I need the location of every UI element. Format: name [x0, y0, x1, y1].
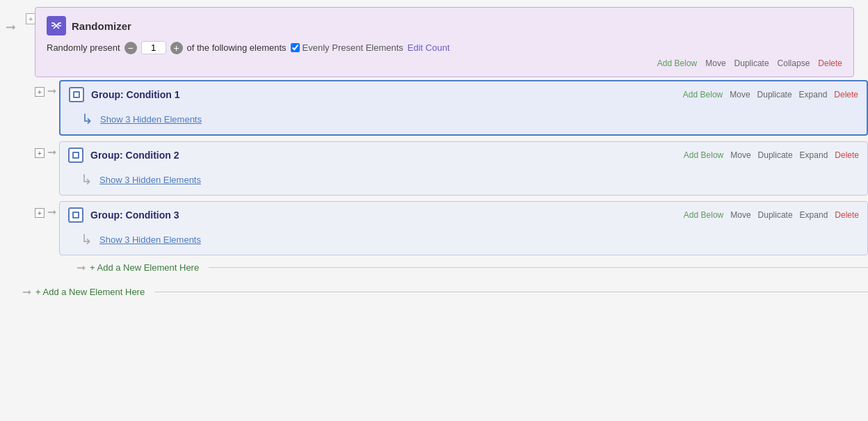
inner-add-arrow: ➞ — [77, 261, 86, 274]
outer-add-arrow: ➞ — [22, 285, 31, 299]
inner-add-hr — [209, 267, 868, 268]
group2-expand[interactable]: Expand — [800, 150, 828, 160]
edit-count-link[interactable]: Edit Count — [408, 42, 450, 53]
randomizer-header: Randomizer — [47, 16, 842, 35]
inner-add-element-link[interactable]: + Add a New Element Here — [90, 262, 199, 273]
group1-expand[interactable]: Expand — [799, 90, 828, 100]
group-row-3: + ➞ Group: Condition 3 Add Below Move Du… — [35, 201, 868, 255]
evenly-present-checkbox[interactable] — [291, 43, 300, 52]
group1-arrow: ➞ — [47, 84, 56, 97]
group1-delete[interactable]: Delete — [834, 90, 858, 100]
group2-header: Group: Condition 2 Add Below Move Duplic… — [60, 142, 867, 168]
group3-title: Group: Condition 3 — [90, 209, 684, 221]
group3-add-below[interactable]: Add Below — [684, 210, 723, 220]
group-card-1: Group: Condition 1 Add Below Move Duplic… — [59, 80, 868, 136]
randomizer-collapse[interactable]: Collapse — [778, 58, 810, 68]
group3-show-hidden[interactable]: Show 3 Hidden Elements — [99, 235, 201, 245]
group3-arrow: ➞ — [47, 205, 56, 219]
group1-move[interactable]: Move — [730, 90, 750, 100]
randomizer-duplicate[interactable]: Duplicate — [734, 58, 769, 68]
inner-add-element-row: ➞ + Add a New Element Here — [35, 261, 868, 274]
group2-arrow-icon: ↳ — [81, 171, 93, 188]
group2-icon — [68, 148, 83, 163]
group3-duplicate[interactable]: Duplicate — [758, 210, 793, 220]
randomizer-delete[interactable]: Delete — [818, 58, 842, 68]
group1-duplicate[interactable]: Duplicate — [757, 90, 792, 100]
group1-add-below[interactable]: Add Below — [683, 90, 723, 100]
group1-actions: Add Below Move Duplicate Expand Delete — [683, 90, 858, 100]
randomizer-controls: Randomly present − + of the following el… — [47, 41, 842, 54]
group2-move[interactable]: Move — [730, 150, 750, 160]
increment-button[interactable]: + — [170, 42, 183, 54]
group-card-3: Group: Condition 3 Add Below Move Duplic… — [59, 201, 868, 255]
group-row-2: + ➞ Group: Condition 2 Add Below Move Du… — [35, 141, 868, 196]
group2-hidden-row: ↳ Show 3 Hidden Elements — [60, 168, 867, 195]
randomizer-icon — [47, 16, 66, 35]
randomizer-actions: Add Below Move Duplicate Collapse Delete — [47, 58, 842, 68]
outer-add-element-row: ➞ + Add a New Element Here — [14, 285, 868, 299]
groups-container: + ➞ Group: Condition 1 Add Below Move Du… — [35, 80, 868, 274]
group3-delete[interactable]: Delete — [835, 210, 859, 220]
randomizer-block: + Randomizer Randomly present − + of the… — [35, 7, 854, 77]
group2-show-hidden[interactable]: Show 3 Hidden Elements — [99, 175, 201, 185]
group1-title: Group: Condition 1 — [91, 89, 683, 100]
group3-hidden-row: ↳ Show 3 Hidden Elements — [60, 228, 867, 255]
group1-icon — [69, 87, 84, 102]
group2-expand-icon[interactable]: + — [35, 148, 45, 158]
group3-expand-icon[interactable]: + — [35, 208, 45, 218]
randomizer-add-below[interactable]: Add Below — [657, 58, 697, 68]
group2-arrow: ➞ — [47, 145, 56, 159]
group1-expand-icon[interactable]: + — [35, 87, 45, 97]
group3-expand[interactable]: Expand — [800, 210, 828, 220]
group1-arrow-icon: ↳ — [81, 111, 93, 127]
outer-add-element-link[interactable]: + Add a New Element Here — [35, 287, 145, 297]
group3-header: Group: Condition 3 Add Below Move Duplic… — [60, 202, 867, 228]
group2-delete[interactable]: Delete — [835, 150, 859, 160]
group3-move[interactable]: Move — [730, 210, 750, 220]
randomizer-move[interactable]: Move — [705, 58, 725, 68]
group2-add-below[interactable]: Add Below — [684, 150, 723, 160]
group3-actions: Add Below Move Duplicate Expand Delete — [684, 210, 859, 220]
randomizer-title: Randomizer — [72, 20, 131, 32]
decrement-button[interactable]: − — [124, 42, 137, 54]
group2-duplicate[interactable]: Duplicate — [758, 150, 793, 160]
of-following-label: of the following elements — [187, 42, 287, 53]
group1-hidden-row: ↳ Show 3 Hidden Elements — [61, 108, 867, 134]
group1-header: Group: Condition 1 Add Below Move Duplic… — [61, 81, 867, 108]
group-row-1: + ➞ Group: Condition 1 Add Below Move Du… — [35, 80, 868, 136]
evenly-present-label[interactable]: Evenly Present Elements — [291, 42, 403, 53]
left-connector: ➞ — [6, 19, 16, 35]
randomizer-expand-icon[interactable]: + — [26, 13, 35, 24]
group3-arrow-icon: ↳ — [81, 231, 93, 248]
group-card-2: Group: Condition 2 Add Below Move Duplic… — [59, 141, 868, 196]
count-input[interactable] — [141, 41, 166, 54]
group3-icon — [68, 207, 83, 223]
group2-title: Group: Condition 2 — [90, 150, 684, 161]
randomly-present-label: Randomly present — [47, 42, 120, 53]
group2-actions: Add Below Move Duplicate Expand Delete — [684, 150, 859, 160]
outer-add-hr — [154, 292, 868, 292]
page-container: ➞ + Randomizer Randomly present − + of t… — [0, 0, 868, 305]
group1-show-hidden[interactable]: Show 3 Hidden Elements — [100, 114, 202, 125]
